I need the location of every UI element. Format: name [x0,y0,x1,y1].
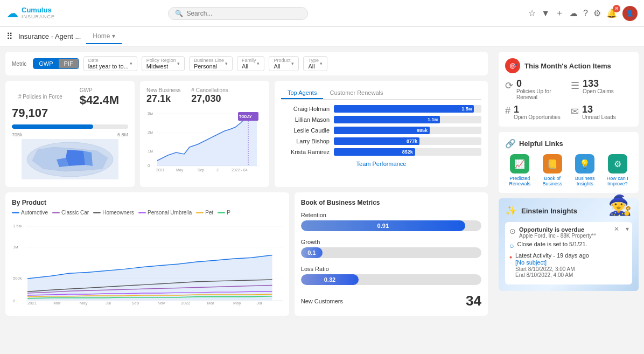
help-icon[interactable]: ? [583,9,588,18]
new-customers: New Customers 34 [301,293,481,309]
by-product-svg: 1.5м 1м 500k 0 [12,220,283,306]
svg-text:2022: 2022 [181,301,190,306]
logo-main: Cumulus [22,6,55,14]
helpful-link-icon-2: 💡 [575,154,594,173]
tab-top-agents[interactable]: Top Agents [281,87,323,99]
metric-toggle: GWP PIF [33,58,79,69]
new-business-chart: 3м 2м 1м 0 TODAY [146,107,260,171]
agent-bar-bg: 877k [334,137,481,145]
loss-val: 0.32 [324,276,335,283]
retention-bar-bg: 0.91 [301,220,481,231]
family-filter[interactable]: Family All ▾ [237,56,265,71]
policies-renewal-item: ⟳ 0 Policies Up for Renewal [505,79,566,100]
product-val: All [274,63,290,70]
team-performance-link[interactable]: Team Performance [281,160,481,168]
nav-icons: ☆ ▼ ＋ ☁ ? ⚙ 🔔 👤 [528,6,638,21]
einstein-insight-item: ✕ ▾ ⊙ Opportunity is overdue Apple Ford,… [505,222,632,284]
agent-row: Krista Ramirez 852k [281,148,481,156]
einstein-close-icon[interactable]: ✕ [614,225,619,233]
policies-progress-bar [12,124,128,129]
settings-icon[interactable]: ⚙ [593,8,601,18]
new-customers-label: New Customers [301,298,343,304]
agent-row: Lillian Mason 1.1м [281,116,481,123]
leads-val: 13 [582,105,616,114]
star-icon[interactable]: ☆ [528,8,536,18]
legend-color [93,212,101,213]
team-perf-anchor[interactable]: Team Performance [356,161,407,167]
helpful-link-item[interactable]: 📈 Predicted Renewals [505,154,535,186]
app-bar: ⠿ Insurance - Agent ... Home ▾ [0,27,644,46]
search-icon: 🔍 [175,10,183,17]
legend-color [196,212,204,213]
svg-text:Sep: Sep [198,168,205,172]
new-business-label: New Business [146,87,180,93]
growth-bar-fill: 0.1 [301,247,323,258]
cancellations-label: # Cancellations [191,87,228,93]
helpful-link-icon-3: ⚙ [608,154,627,173]
avatar[interactable]: 👤 [622,6,638,21]
legend-item: Homeowners [93,210,134,216]
agent-bar-fill: 1.1м [334,116,440,123]
action-grid: ⟳ 0 Policies Up for Renewal ☰ 133 Open C… [505,79,632,120]
logo-text: Cumulus INSURANCE [22,6,55,19]
legend-label: Automotive [21,210,48,216]
search-bar[interactable]: 🔍 [168,7,308,20]
agent-bar-label: 877k [407,138,417,144]
search-input[interactable] [186,10,294,17]
helpful-link-item[interactable]: ⚙ How can I Improve? [603,154,633,186]
bline-val: Personal [194,63,224,70]
region-filter[interactable]: Policy Region Midwest ▾ [142,56,185,71]
logo-cloud-icon: ☁ [6,6,18,20]
no-subject-link[interactable]: [No subject] [515,259,547,266]
legend-label: Personal Umbrella [148,210,192,216]
gwp-toggle-btn[interactable]: GWP [33,59,58,68]
top-nav: ☁ Cumulus INSURANCE 🔍 ☆ ▼ ＋ ☁ ? ⚙ 🔔 👤 [0,0,644,27]
activity-end: End 8/10/2022, 4:00 AM [515,272,589,278]
add-icon[interactable]: ＋ [555,8,564,19]
svg-text:May: May [233,301,241,306]
svg-text:Jul: Jul [256,301,262,306]
helpful-link-icon-0: 📈 [510,154,529,173]
grid-icon[interactable]: ⠿ [6,31,13,41]
legend-label: Classic Car [61,210,89,216]
helpful-link-item[interactable]: 💡 Business Insights [570,154,600,186]
tab-chevron-icon: ▾ [112,32,115,40]
family-label: Family [242,58,256,63]
action-title: This Month's Action Items [524,62,611,70]
metric-label: Metric [12,61,26,67]
product-filter[interactable]: Product All ▾ [269,56,299,71]
opportunities-label: Open Opportunities [514,114,561,120]
new-business-val: 27.1k [146,93,180,105]
region-label: Policy Region [146,58,176,63]
bline-filter[interactable]: Business Line Personal ▾ [189,56,233,71]
agent-row: Larry Bishop 877k [281,137,481,145]
notifications-icon[interactable]: 🔔 [606,8,617,18]
pif-toggle-btn[interactable]: PIF [59,59,79,68]
agent-bar-label: 1.5м [461,106,472,112]
tab-home[interactable]: Home ▾ [86,29,122,44]
einstein-expand-icon[interactable]: ▾ [626,225,629,233]
agent-bar-fill: 985k [334,127,430,134]
opportunity-icon: ⊙ [509,227,516,235]
renewal-icon: ⟳ [505,80,513,92]
agent-bar-fill: 852k [334,148,415,156]
date-filter[interactable]: Date last year to to... ▾ [83,56,137,71]
type-chevron-icon: ▾ [320,61,323,66]
svg-text:TODAY: TODAY [239,115,252,119]
by-product-chart: 1.5м 1м 500k 0 [12,220,283,306]
legend-item: P [218,210,230,216]
einstein-avatar: 🧙 [608,194,632,217]
helpful-link-item[interactable]: 📒 Book of Business [538,154,568,186]
tab-customer-renewals[interactable]: Customer Renewals [323,87,389,99]
policies-label: # Policies in Force [12,87,69,106]
cloud-icon[interactable]: ☁ [569,8,578,18]
dropdown-icon[interactable]: ▼ [541,9,550,18]
svg-text:1м: 1м [13,245,18,249]
type-filter[interactable]: Type All ▾ [303,56,327,71]
region-chevron-icon: ▾ [177,61,180,66]
progress-labels: 705k 6.8M [12,132,128,137]
opportunity-company: Apple Ford, Inc - 88K Property** [519,233,596,239]
agent-name: Leslie Caudle [281,127,330,134]
policies-metric-card: # Policies in Force 79,107 GWP $42.4M 70… [5,81,135,187]
agent-bar-label: 852k [402,149,413,155]
